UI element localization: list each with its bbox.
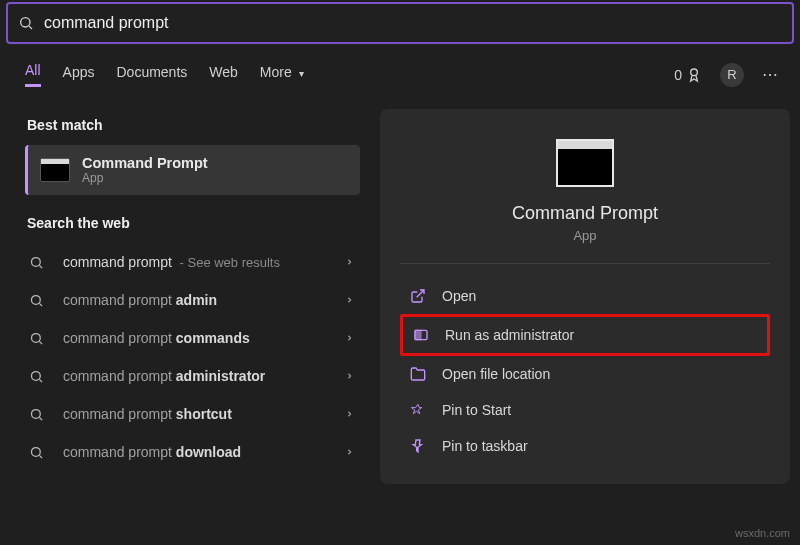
search-web-heading: Search the web [27,215,380,231]
medal-icon [686,67,702,83]
chevron-right-icon [345,331,354,345]
chevron-right-icon [345,445,354,459]
action-pin-to-start[interactable]: Pin to Start [400,392,770,428]
web-result-item[interactable]: command prompt admin [25,281,368,319]
svg-point-11 [32,409,41,418]
filter-tabs: All Apps Documents Web More ▾ 0 R ⋯ [0,44,800,99]
action-run-as-administrator[interactable]: Run as administrator [400,314,770,356]
tab-web[interactable]: Web [209,64,238,86]
web-result-text: command prompt commands [63,330,345,346]
search-icon [29,369,51,384]
best-match-result[interactable]: Command Prompt App [25,145,360,195]
svg-point-9 [32,371,41,380]
action-open-file-location[interactable]: Open file location [400,356,770,392]
web-result-text: command prompt administrator [63,368,345,384]
svg-line-6 [39,303,42,306]
svg-line-15 [417,290,424,297]
shield-icon [413,327,431,343]
search-icon [18,15,34,31]
svg-line-12 [39,417,42,420]
action-pin-to-taskbar[interactable]: Pin to taskbar [400,428,770,464]
chevron-right-icon [345,255,354,269]
search-input[interactable] [44,14,782,32]
divider [400,263,770,264]
open-icon [410,288,428,304]
user-avatar[interactable]: R [720,63,744,87]
chevron-right-icon [345,407,354,421]
command-prompt-icon [40,158,70,182]
svg-point-0 [21,18,30,27]
search-icon [29,293,51,308]
web-result-text: command prompt admin [63,292,345,308]
best-match-title: Command Prompt [82,155,208,171]
svg-rect-17 [415,330,421,339]
web-result-item[interactable]: command prompt shortcut [25,395,368,433]
watermark: wsxdn.com [735,527,790,539]
search-icon [29,255,51,270]
folder-icon [410,366,428,382]
results-column: Best match Command Prompt App Search the… [0,99,380,484]
svg-line-8 [39,341,42,344]
svg-point-7 [32,333,41,342]
preview-subtitle: App [400,228,770,243]
web-result-item[interactable]: command prompt - See web results [25,243,368,281]
preview-app-icon [556,139,614,187]
search-icon [29,445,51,460]
preview-panel: Command Prompt App Open Run as administr… [380,109,790,484]
web-result-item[interactable]: command prompt download [25,433,368,471]
web-result-text: command prompt - See web results [63,254,345,270]
svg-line-1 [29,26,32,29]
search-bar[interactable] [6,2,794,44]
pin-icon [410,438,428,454]
best-match-heading: Best match [27,117,380,133]
web-result-item[interactable]: command prompt commands [25,319,368,357]
search-icon [29,407,51,422]
chevron-right-icon [345,293,354,307]
svg-point-13 [32,447,41,456]
rewards-badge[interactable]: 0 [674,67,702,83]
tab-apps[interactable]: Apps [63,64,95,86]
more-options-icon[interactable]: ⋯ [762,65,780,84]
web-result-item[interactable]: command prompt administrator [25,357,368,395]
svg-line-10 [39,379,42,382]
chevron-down-icon: ▾ [299,68,304,79]
svg-line-14 [39,455,42,458]
web-result-text: command prompt download [63,444,345,460]
svg-line-4 [39,265,42,268]
best-match-subtitle: App [82,171,208,185]
pin-icon [410,402,428,418]
action-open[interactable]: Open [400,278,770,314]
tab-all[interactable]: All [25,62,41,87]
chevron-right-icon [345,369,354,383]
preview-title: Command Prompt [400,203,770,224]
web-result-text: command prompt shortcut [63,406,345,422]
svg-point-2 [691,69,698,76]
tab-more[interactable]: More ▾ [260,64,304,86]
svg-point-5 [32,295,41,304]
search-icon [29,331,51,346]
tab-documents[interactable]: Documents [116,64,187,86]
svg-point-3 [32,257,41,266]
